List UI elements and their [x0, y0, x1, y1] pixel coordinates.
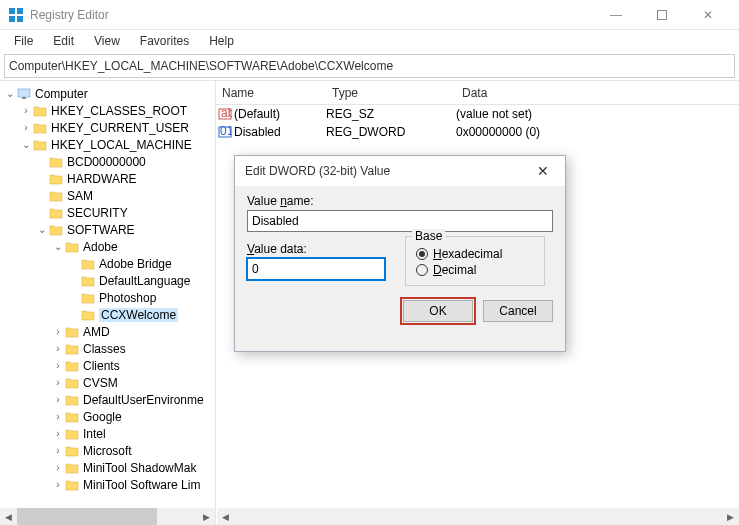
tree-item-hkey-current-user[interactable]: ›HKEY_CURRENT_USER — [0, 119, 215, 136]
chevron-down-icon[interactable]: ⌄ — [20, 139, 32, 150]
tree-item-google[interactable]: ›Google — [0, 408, 215, 425]
svg-text:011: 011 — [220, 125, 232, 138]
tree-item-label: Intel — [83, 427, 106, 441]
scroll-left-button[interactable]: ◀ — [217, 508, 234, 525]
scroll-right-button[interactable]: ▶ — [198, 508, 215, 525]
col-header-data[interactable]: Data — [456, 86, 739, 100]
chevron-right-icon[interactable]: › — [52, 343, 64, 354]
chevron-right-icon[interactable]: › — [52, 428, 64, 439]
tree-item-label: MiniTool Software Lim — [83, 478, 200, 492]
address-bar[interactable]: Computer\HKEY_LOCAL_MACHINE\SOFTWARE\Ado… — [4, 54, 735, 78]
tree-item-hkey-classes-root[interactable]: ›HKEY_CLASSES_ROOT — [0, 102, 215, 119]
chevron-down-icon[interactable]: ⌄ — [36, 224, 48, 235]
cancel-button[interactable]: Cancel — [483, 300, 553, 322]
value-row[interactable]: ab(Default)REG_SZ(value not set) — [216, 105, 739, 123]
scroll-right-button[interactable]: ▶ — [722, 508, 739, 525]
value-row[interactable]: 011DisabledREG_DWORD0x00000000 (0) — [216, 123, 739, 141]
tree-pane: ⌄Computer›HKEY_CLASSES_ROOT›HKEY_CURRENT… — [0, 81, 216, 510]
tree-item-label: CVSM — [83, 376, 118, 390]
menu-help[interactable]: Help — [199, 32, 244, 50]
chevron-right-icon[interactable]: › — [52, 377, 64, 388]
chevron-right-icon[interactable]: › — [20, 105, 32, 116]
tree-item-defaultuserenvironme[interactable]: ›DefaultUserEnvironme — [0, 391, 215, 408]
tree-item-label: Microsoft — [83, 444, 132, 458]
title-bar: Registry Editor — ✕ — [0, 0, 739, 30]
tree-item-computer[interactable]: ⌄Computer — [0, 85, 215, 102]
scroll-left-button[interactable]: ◀ — [0, 508, 17, 525]
chevron-right-icon[interactable]: › — [52, 445, 64, 456]
svg-rect-3 — [17, 16, 23, 22]
menu-file[interactable]: File — [4, 32, 43, 50]
chevron-right-icon[interactable]: › — [20, 122, 32, 133]
svg-rect-0 — [9, 8, 15, 14]
tree-item-software[interactable]: ⌄SOFTWARE — [0, 221, 215, 238]
tree-item-hkey-local-machine[interactable]: ⌄HKEY_LOCAL_MACHINE — [0, 136, 215, 153]
tree-item-adobe-bridge[interactable]: Adobe Bridge — [0, 255, 215, 272]
svg-rect-6 — [22, 97, 26, 99]
tree-item-minitool-shadowmak[interactable]: ›MiniTool ShadowMak — [0, 459, 215, 476]
tree-item-minitool-software-lim[interactable]: ›MiniTool Software Lim — [0, 476, 215, 493]
tree-item-defaultlanguage[interactable]: DefaultLanguage — [0, 272, 215, 289]
menu-edit[interactable]: Edit — [43, 32, 84, 50]
tree-item-clients[interactable]: ›Clients — [0, 357, 215, 374]
col-header-type[interactable]: Type — [326, 86, 456, 100]
folder-icon — [48, 155, 64, 169]
menu-view[interactable]: View — [84, 32, 130, 50]
col-header-name[interactable]: Name — [216, 86, 326, 100]
folder-icon — [48, 172, 64, 186]
tree-item-bcd00000000[interactable]: BCD00000000 — [0, 153, 215, 170]
tree-item-label: Adobe — [83, 240, 118, 254]
tree-item-microsoft[interactable]: ›Microsoft — [0, 442, 215, 459]
menu-favorites[interactable]: Favorites — [130, 32, 199, 50]
chevron-right-icon[interactable]: › — [52, 462, 64, 473]
minimize-button[interactable]: — — [593, 0, 639, 30]
app-icon — [8, 7, 24, 23]
ok-button[interactable]: OK — [403, 300, 473, 322]
chevron-right-icon[interactable]: › — [52, 326, 64, 337]
chevron-down-icon[interactable]: ⌄ — [52, 241, 64, 252]
value-name-input[interactable] — [247, 210, 553, 232]
menu-bar: File Edit View Favorites Help — [0, 30, 739, 52]
folder-icon — [64, 359, 80, 373]
list-scrollbar[interactable]: ◀ ▶ — [217, 508, 739, 525]
tree-item-ccxwelcome[interactable]: CCXWelcome — [0, 306, 215, 323]
maximize-button[interactable] — [639, 0, 685, 30]
folder-icon — [64, 342, 80, 356]
tree-item-adobe[interactable]: ⌄Adobe — [0, 238, 215, 255]
tree-item-amd[interactable]: ›AMD — [0, 323, 215, 340]
tree-item-security[interactable]: SECURITY — [0, 204, 215, 221]
tree-item-hardware[interactable]: HARDWARE — [0, 170, 215, 187]
value-data-input[interactable] — [247, 258, 385, 280]
tree-item-classes[interactable]: ›Classes — [0, 340, 215, 357]
radio-hexadecimal[interactable]: Hexadecimal — [416, 247, 534, 261]
chevron-right-icon[interactable]: › — [52, 394, 64, 405]
tree-item-label: BCD00000000 — [67, 155, 146, 169]
radio-decimal[interactable]: Decimal — [416, 263, 534, 277]
chevron-right-icon[interactable]: › — [52, 479, 64, 490]
tree-item-label: MiniTool ShadowMak — [83, 461, 196, 475]
folder-icon — [80, 291, 96, 305]
chevron-down-icon[interactable]: ⌄ — [4, 88, 16, 99]
scroll-thumb[interactable] — [17, 508, 157, 525]
tree-item-label: SAM — [67, 189, 93, 203]
computer-icon — [16, 87, 32, 101]
folder-icon — [32, 121, 48, 135]
dialog-close-button[interactable]: ✕ — [531, 163, 555, 179]
close-button[interactable]: ✕ — [685, 0, 731, 30]
tree-item-cvsm[interactable]: ›CVSM — [0, 374, 215, 391]
tree-item-label: DefaultUserEnvironme — [83, 393, 204, 407]
edit-dword-dialog: Edit DWORD (32-bit) Value ✕ Value name: … — [234, 155, 566, 352]
svg-rect-2 — [9, 16, 15, 22]
tree-item-label: DefaultLanguage — [99, 274, 190, 288]
tree-scrollbar[interactable]: ◀ ▶ — [0, 508, 216, 525]
chevron-right-icon[interactable]: › — [52, 360, 64, 371]
value-data: (value not set) — [456, 107, 739, 121]
tree-item-photoshop[interactable]: Photoshop — [0, 289, 215, 306]
folder-icon — [64, 376, 80, 390]
tree-item-intel[interactable]: ›Intel — [0, 425, 215, 442]
dialog-title: Edit DWORD (32-bit) Value — [245, 164, 531, 178]
dialog-title-bar: Edit DWORD (32-bit) Value ✕ — [235, 156, 565, 186]
radio-hex-label: Hexadecimal — [433, 247, 502, 261]
chevron-right-icon[interactable]: › — [52, 411, 64, 422]
tree-item-sam[interactable]: SAM — [0, 187, 215, 204]
